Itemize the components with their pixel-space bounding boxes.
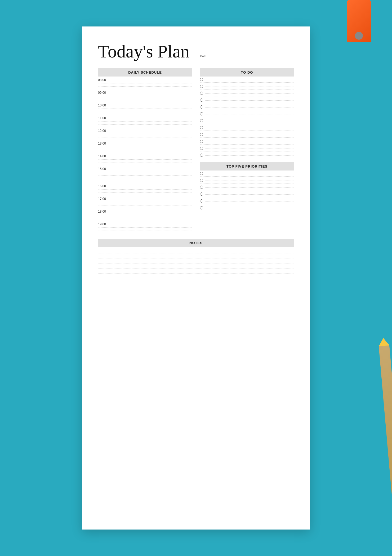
time-label-1900: 19:00 xyxy=(98,221,192,227)
schedule-line xyxy=(98,172,192,172)
time-label-1700: 17:00 xyxy=(98,195,192,201)
priority-item-6 xyxy=(200,205,294,210)
priority-line xyxy=(205,181,294,181)
note-line-5 xyxy=(98,273,294,273)
note-line-2 xyxy=(98,258,294,258)
priorities-header: TOP FIVE PRIORITIES xyxy=(200,162,294,171)
schedule-line xyxy=(98,83,192,83)
schedule-line xyxy=(98,180,192,180)
schedule-line xyxy=(98,124,192,125)
todo-checkbox-7[interactable] xyxy=(200,119,203,122)
schedule-line xyxy=(98,112,192,112)
todo-checkbox-3[interactable] xyxy=(200,92,203,95)
todo-checkbox-11[interactable] xyxy=(200,147,203,150)
priority-extra-line xyxy=(200,211,294,211)
todo-checkbox-8[interactable] xyxy=(200,126,203,129)
todo-line xyxy=(205,149,294,149)
todo-extra-line xyxy=(200,124,294,124)
schedule-line xyxy=(98,202,192,202)
time-row-1500: 15:00 xyxy=(98,165,192,182)
schedule-line xyxy=(98,147,192,147)
schedule-line xyxy=(98,137,192,137)
todo-extra-line xyxy=(200,131,294,131)
time-row-1600: 16:00 xyxy=(98,183,192,195)
priority-extra-line xyxy=(200,197,294,197)
priority-line xyxy=(205,187,294,188)
todo-checkbox-5[interactable] xyxy=(200,105,203,109)
sharpener-decoration xyxy=(347,0,371,42)
time-row-1900: 19:00 xyxy=(98,221,192,233)
todo-item-10 xyxy=(200,138,294,144)
priority-extra-line xyxy=(200,190,294,190)
time-row-1200: 12:00 xyxy=(98,127,192,140)
todo-extra-line xyxy=(200,151,294,151)
priority-checkbox-1[interactable] xyxy=(200,172,203,175)
time-label-1400: 14:00 xyxy=(98,153,192,159)
time-label-1600: 16:00 xyxy=(98,183,192,189)
todo-checkbox-9[interactable] xyxy=(200,133,203,136)
todo-line xyxy=(205,121,294,121)
schedule-header: DAILY SCHEDULE xyxy=(98,68,192,77)
todo-checkbox-12[interactable] xyxy=(200,154,203,157)
todo-extra-line xyxy=(200,110,294,110)
priority-extra-line xyxy=(200,176,294,177)
time-row-0900: 09:00 xyxy=(98,89,192,101)
page-title: Today's Plan xyxy=(98,42,190,60)
priority-checkbox-5[interactable] xyxy=(200,199,203,203)
time-label-0900: 09:00 xyxy=(98,89,192,95)
schedule-line xyxy=(98,86,192,87)
todo-checkbox-4[interactable] xyxy=(200,98,203,102)
note-line-4 xyxy=(98,268,294,268)
time-row-1300: 13:00 xyxy=(98,140,192,152)
time-label-1200: 12:00 xyxy=(98,127,192,133)
schedule-line xyxy=(98,121,192,122)
priority-checkbox-3[interactable] xyxy=(200,186,203,189)
time-row-1100: 11:00 xyxy=(98,115,192,127)
time-row-0800: 08:00 xyxy=(98,77,192,89)
priority-checkbox-4[interactable] xyxy=(200,192,203,196)
todo-item-12 xyxy=(200,152,294,157)
todo-line xyxy=(205,128,294,128)
todo-checkbox-10[interactable] xyxy=(200,140,203,143)
priority-line xyxy=(205,194,294,195)
todo-extra-line xyxy=(200,137,294,138)
todo-line xyxy=(205,114,294,114)
todo-extra-line xyxy=(200,117,294,117)
todo-checkbox-2[interactable] xyxy=(200,85,203,88)
priority-checkbox-6[interactable] xyxy=(200,206,203,209)
notes-header: NOTES xyxy=(98,239,294,247)
time-label-0800: 08:00 xyxy=(98,77,192,82)
priority-item-1 xyxy=(200,171,294,176)
todo-checkbox-6[interactable] xyxy=(200,112,203,115)
priority-extra-line xyxy=(200,204,294,204)
schedule-line xyxy=(98,163,192,163)
priority-item-2 xyxy=(200,177,294,182)
priority-extra-line xyxy=(200,183,294,183)
schedule-line xyxy=(98,189,192,190)
schedule-section: DAILY SCHEDULE 08:00 09:00 10:00 xyxy=(98,68,192,234)
schedule-line xyxy=(98,231,192,231)
time-label-1500: 15:00 xyxy=(98,165,192,171)
priority-line xyxy=(205,174,294,174)
priority-checkbox-2[interactable] xyxy=(200,179,203,182)
time-row-1700: 17:00 xyxy=(98,195,192,208)
priority-line xyxy=(205,208,294,208)
todo-section: TO DO xyxy=(200,68,294,234)
todo-extra-line xyxy=(200,103,294,103)
time-label-1100: 11:00 xyxy=(98,115,192,120)
schedule-line xyxy=(98,227,192,228)
date-field: Date xyxy=(200,55,294,60)
time-row-1000: 10:00 xyxy=(98,102,192,114)
todo-line xyxy=(205,142,294,142)
schedule-line xyxy=(98,218,192,218)
todo-checkbox-1[interactable] xyxy=(200,78,203,81)
schedule-line xyxy=(98,175,192,176)
schedule-line xyxy=(98,159,192,160)
todo-line xyxy=(205,100,294,101)
schedule-line xyxy=(98,96,192,96)
note-line-1 xyxy=(98,253,294,253)
todo-item-4 xyxy=(200,97,294,102)
todo-item-7 xyxy=(200,118,294,123)
todo-line xyxy=(205,107,294,107)
time-row-1400: 14:00 xyxy=(98,153,192,165)
